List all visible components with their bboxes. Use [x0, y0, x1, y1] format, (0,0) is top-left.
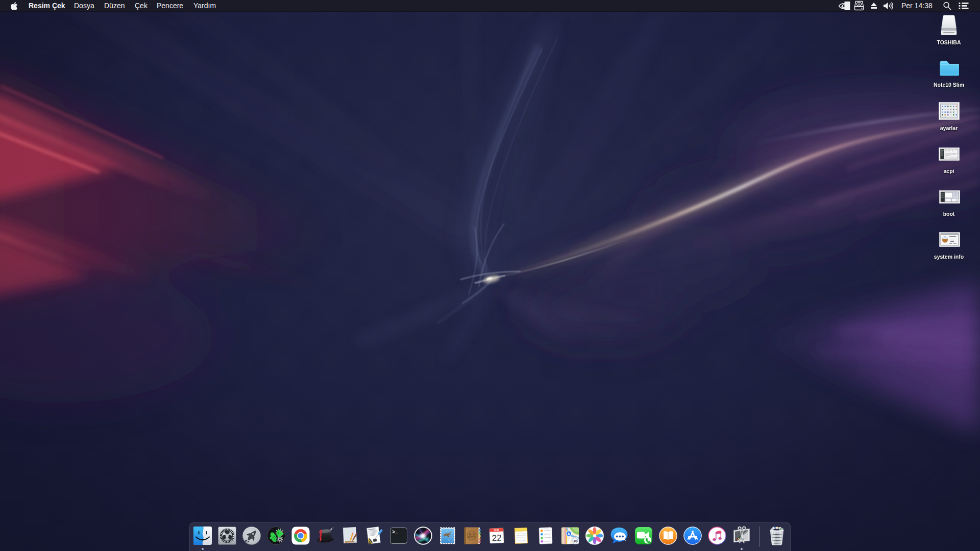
svg-text:3D: 3D — [573, 539, 577, 542]
svg-text:22: 22 — [492, 533, 502, 543]
svg-text:TEM: TEM — [494, 529, 499, 531]
svg-text:>_: >_ — [392, 530, 399, 535]
